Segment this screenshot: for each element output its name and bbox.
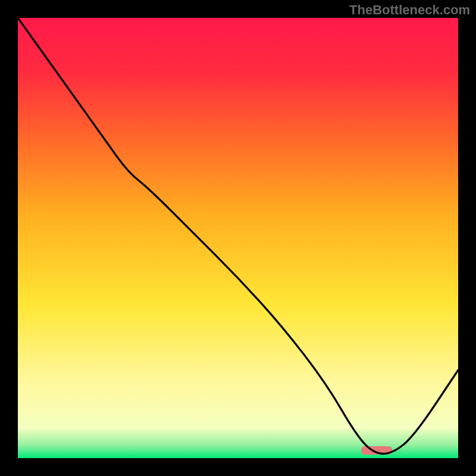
bottleneck-chart-svg: [18, 18, 458, 458]
chart-frame: [18, 18, 458, 458]
gradient-background: [18, 18, 458, 458]
chart-container: TheBottleneck.com: [0, 0, 476, 476]
watermark-text: TheBottleneck.com: [349, 2, 470, 18]
